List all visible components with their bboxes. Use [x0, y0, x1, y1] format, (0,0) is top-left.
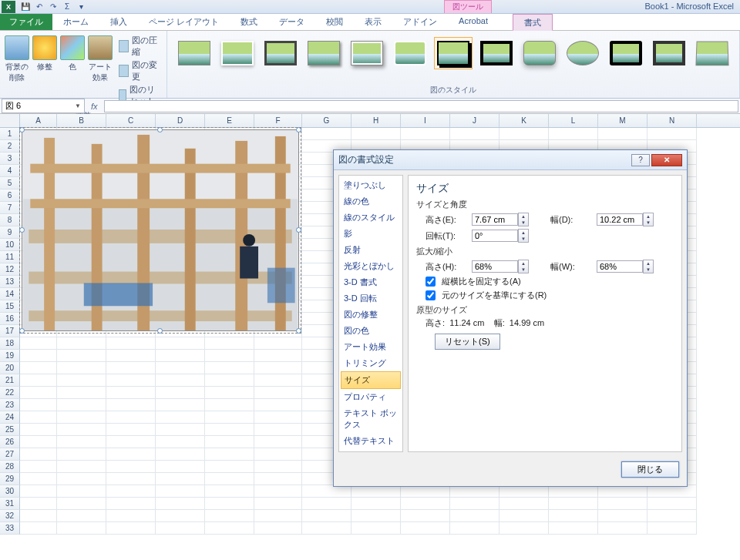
cell[interactable]	[156, 350, 205, 362]
cell[interactable]	[57, 522, 106, 535]
cell[interactable]	[254, 522, 302, 535]
cell[interactable]	[352, 485, 401, 498]
cell[interactable]	[156, 448, 205, 461]
cell[interactable]	[500, 128, 549, 140]
cell[interactable]	[156, 374, 205, 387]
cell[interactable]	[156, 387, 205, 399]
resize-handle[interactable]	[19, 328, 25, 334]
row-header[interactable]: 33	[0, 522, 20, 535]
row-header[interactable]: 17	[0, 325, 20, 337]
cell[interactable]	[598, 485, 648, 498]
cell[interactable]	[450, 485, 500, 498]
cell[interactable]	[57, 337, 106, 350]
cell[interactable]	[254, 424, 302, 436]
lock-aspect-checkbox[interactable]	[426, 277, 436, 287]
cell[interactable]	[598, 498, 648, 510]
cell[interactable]	[156, 473, 205, 485]
cell[interactable]	[156, 362, 205, 374]
artistic-effects-button[interactable]: アート効果	[86, 32, 114, 85]
change-picture-button[interactable]: 図の変更	[117, 59, 160, 83]
picture-style-gallery[interactable]	[170, 32, 736, 74]
cell[interactable]	[106, 387, 156, 399]
style-item[interactable]	[261, 37, 300, 69]
save-icon[interactable]: 💾	[20, 2, 31, 12]
style-item[interactable]	[607, 37, 645, 69]
height-spinner[interactable]: ▲▼	[518, 213, 529, 226]
redo-icon[interactable]: ↷	[48, 2, 59, 12]
column-header[interactable]: M	[598, 114, 648, 127]
row-header[interactable]: 4	[0, 165, 20, 177]
cell[interactable]	[549, 522, 598, 535]
tab-review[interactable]: 校閲	[315, 14, 354, 30]
cell[interactable]	[106, 350, 156, 362]
cell[interactable]	[302, 128, 352, 140]
cell[interactable]	[549, 498, 598, 510]
cell[interactable]	[254, 473, 302, 485]
cell[interactable]	[302, 522, 352, 535]
autosum-icon[interactable]: Σ	[62, 2, 72, 12]
cell[interactable]	[57, 374, 106, 387]
cell[interactable]	[20, 522, 57, 535]
row-header[interactable]: 24	[0, 411, 20, 424]
resize-handle[interactable]	[19, 127, 25, 132]
cell[interactable]	[254, 411, 302, 424]
row-header[interactable]: 9	[0, 226, 20, 239]
formula-bar[interactable]	[104, 100, 738, 112]
scale-width-spinner[interactable]: ▲▼	[643, 260, 654, 273]
cell[interactable]	[205, 448, 254, 461]
cell[interactable]	[500, 522, 549, 535]
column-header[interactable]: A	[20, 114, 57, 127]
row-header[interactable]: 3	[0, 153, 20, 165]
cell[interactable]	[20, 411, 57, 424]
resize-handle[interactable]	[296, 227, 301, 233]
cell[interactable]	[106, 522, 156, 535]
cell[interactable]	[57, 498, 106, 510]
style-item[interactable]	[391, 37, 429, 69]
resize-handle[interactable]	[157, 127, 163, 132]
resize-handle[interactable]	[296, 127, 301, 132]
cell[interactable]	[57, 411, 106, 424]
close-button[interactable]: 閉じる	[621, 461, 679, 478]
cell[interactable]	[106, 411, 156, 424]
tab-addin[interactable]: アドイン	[392, 14, 448, 30]
row-header[interactable]: 28	[0, 461, 20, 473]
row-header[interactable]: 21	[0, 374, 20, 387]
row-header[interactable]: 22	[0, 387, 20, 399]
cell[interactable]	[302, 498, 352, 510]
dialog-nav-item[interactable]: 線のスタイル	[341, 210, 401, 226]
row-header[interactable]: 29	[0, 473, 20, 485]
row-header[interactable]: 25	[0, 424, 20, 436]
cell[interactable]	[648, 510, 697, 522]
cell[interactable]	[57, 461, 106, 473]
style-item[interactable]	[693, 37, 732, 69]
dialog-nav-item[interactable]: 線の色	[341, 193, 401, 210]
scale-width-input[interactable]	[597, 260, 643, 273]
column-header[interactable]: H	[352, 114, 401, 127]
dialog-nav-item[interactable]: プロパティ	[341, 389, 401, 405]
cell[interactable]	[57, 485, 106, 498]
row-header[interactable]: 30	[0, 485, 20, 498]
cell[interactable]	[352, 498, 401, 510]
cell[interactable]	[20, 350, 57, 362]
cell[interactable]	[106, 436, 156, 448]
row-header[interactable]: 23	[0, 399, 20, 411]
cell[interactable]	[156, 485, 205, 498]
cell[interactable]	[648, 128, 697, 140]
cell[interactable]	[20, 448, 57, 461]
height-input[interactable]	[472, 213, 518, 226]
style-item[interactable]	[348, 37, 386, 69]
cell[interactable]	[205, 522, 254, 535]
cell[interactable]	[205, 485, 254, 498]
close-icon[interactable]: ✕	[651, 154, 682, 166]
chevron-down-icon[interactable]: ▼	[75, 102, 81, 109]
cell[interactable]	[57, 387, 106, 399]
tab-formulas[interactable]: 数式	[230, 14, 268, 30]
dialog-nav-item[interactable]: 3-D 回転	[341, 290, 401, 307]
cell[interactable]	[254, 461, 302, 473]
row-header[interactable]: 26	[0, 436, 20, 448]
cell[interactable]	[598, 510, 648, 522]
relative-original-checkbox[interactable]	[426, 290, 436, 300]
cell[interactable]	[254, 485, 302, 498]
cell[interactable]	[156, 510, 205, 522]
column-header[interactable]: B	[57, 114, 106, 127]
